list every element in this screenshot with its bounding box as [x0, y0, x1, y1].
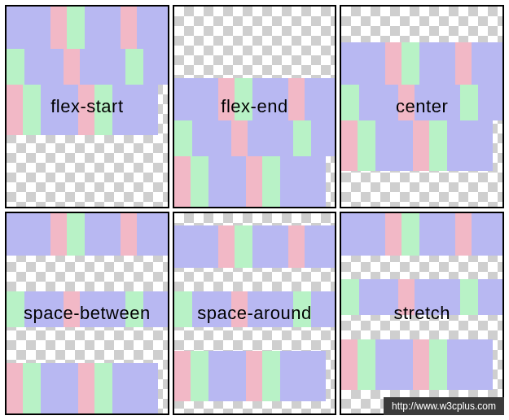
flex-item — [455, 213, 472, 256]
flex-item — [94, 363, 112, 413]
flex-item — [208, 351, 246, 401]
flex-item — [231, 120, 248, 156]
flex-line — [174, 78, 336, 120]
flex-item — [218, 225, 235, 268]
flex-item — [24, 49, 64, 85]
flex-item — [7, 213, 50, 256]
flex-item — [358, 120, 375, 171]
flex-item — [80, 291, 125, 327]
flex-item — [398, 85, 415, 120]
flex-item — [174, 120, 192, 156]
flex-item — [143, 291, 168, 327]
flex-item — [174, 225, 218, 268]
flex-item — [85, 213, 121, 256]
flex-item — [280, 156, 326, 207]
flex-item — [460, 85, 478, 120]
panel-flex-end: flex-end — [173, 5, 337, 208]
flex-item — [472, 213, 502, 256]
flex-item — [401, 213, 419, 256]
panel-center: center — [340, 5, 504, 208]
flex-item — [472, 42, 502, 85]
flex-item — [235, 225, 252, 268]
flex-item — [359, 279, 398, 315]
flex-item — [429, 339, 447, 390]
flex-item — [305, 225, 336, 268]
diagram-grid: flex-start flex-end center space-between… — [0, 0, 509, 420]
flex-item — [288, 225, 305, 268]
flex-item — [174, 351, 191, 401]
flex-line — [174, 291, 336, 327]
panel-flex-start: flex-start — [5, 5, 169, 208]
panel-space-around: space-around — [173, 212, 337, 415]
flex-line — [174, 120, 336, 156]
flex-item — [280, 351, 326, 401]
panel-space-between: space-between — [5, 212, 169, 415]
flex-item — [112, 85, 158, 135]
flex-item — [385, 42, 401, 85]
flex-item — [7, 49, 24, 85]
flex-item — [24, 291, 64, 327]
flex-line — [7, 363, 168, 413]
flex-item — [94, 85, 112, 135]
flex-item — [192, 120, 231, 156]
flex-line — [341, 279, 502, 315]
flex-item — [341, 120, 358, 171]
flex-item — [311, 291, 336, 327]
flex-item — [50, 7, 67, 49]
flex-item — [415, 85, 460, 120]
flex-item — [80, 49, 125, 85]
flex-item — [208, 156, 246, 207]
flex-line — [341, 339, 502, 390]
flex-item — [478, 279, 502, 315]
flex-item — [401, 42, 419, 85]
watermark: http://www.w3cplus.com — [384, 397, 504, 415]
flex-item — [50, 213, 67, 256]
flex-item — [375, 339, 413, 390]
flex-line — [174, 225, 336, 268]
flex-item — [41, 85, 78, 135]
flex-item — [311, 120, 336, 156]
flex-line — [7, 85, 168, 135]
flex-item — [398, 279, 415, 315]
flex-item — [7, 7, 50, 49]
flex-item — [341, 85, 359, 120]
flex-line — [7, 7, 168, 49]
flex-item — [385, 213, 401, 256]
flex-item — [293, 120, 311, 156]
flex-item — [447, 339, 493, 390]
flex-item — [262, 351, 280, 401]
flex-item — [7, 363, 23, 413]
flex-item — [231, 291, 248, 327]
flex-item — [429, 120, 447, 171]
flex-line — [7, 291, 168, 327]
flex-item — [23, 363, 41, 413]
flex-item — [121, 213, 137, 256]
panel-stretch: stretch — [340, 212, 504, 415]
flex-item — [419, 213, 455, 256]
flex-line — [7, 49, 168, 85]
flex-line — [174, 351, 336, 401]
flex-item — [341, 213, 385, 256]
flex-item — [305, 78, 336, 120]
flex-line — [341, 120, 502, 171]
flex-item — [78, 363, 94, 413]
flex-item — [288, 78, 305, 120]
flex-item — [64, 291, 80, 327]
flex-item — [85, 7, 121, 49]
flex-item — [246, 351, 262, 401]
flex-item — [235, 78, 252, 120]
flex-item — [375, 120, 413, 171]
flex-item — [137, 213, 168, 256]
flex-item — [41, 363, 78, 413]
flex-item — [478, 85, 502, 120]
flex-item — [252, 225, 288, 268]
flex-item — [143, 49, 168, 85]
flex-item — [359, 85, 398, 120]
flex-item — [248, 291, 293, 327]
flex-line — [174, 156, 336, 207]
flex-item — [252, 78, 288, 120]
flex-item — [121, 7, 137, 49]
flex-item — [174, 78, 218, 120]
flex-item — [413, 120, 429, 171]
flex-item — [7, 291, 24, 327]
